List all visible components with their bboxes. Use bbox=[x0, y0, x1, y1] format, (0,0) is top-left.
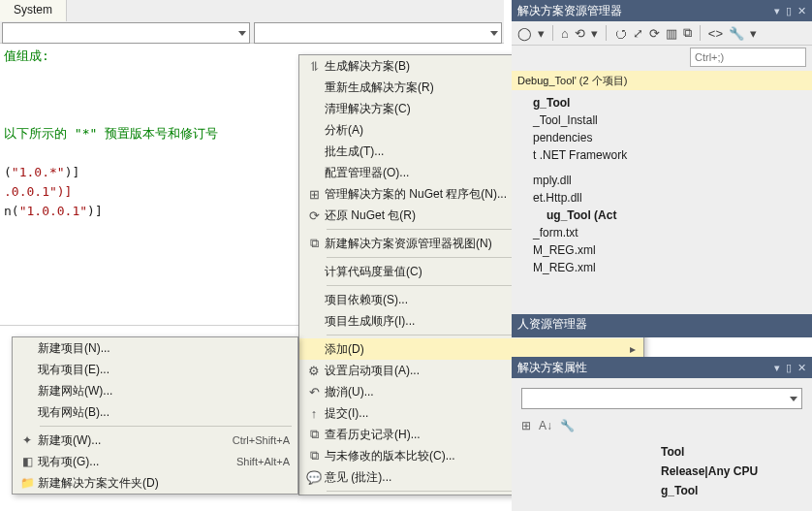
collapse-icon[interactable]: ⤢ bbox=[633, 26, 643, 41]
menu-icon: ⊞ bbox=[303, 187, 325, 202]
menu-icon: ⧉ bbox=[303, 427, 325, 442]
solution-root[interactable]: Debug_Tool' (2 个项目) bbox=[512, 71, 812, 90]
sync-icon[interactable]: ⟲ bbox=[575, 26, 585, 41]
menu-item[interactable]: 新建项目(N)... bbox=[13, 337, 297, 359]
menu-icon: ⟳ bbox=[303, 208, 325, 223]
wrench-icon[interactable]: 🔧 bbox=[560, 419, 575, 432]
property-row[interactable]: g_Tool bbox=[521, 481, 802, 500]
pin-icon[interactable]: ▯ bbox=[786, 362, 792, 374]
solution-tree[interactable]: g_Tool_Tool_Installpendenciest .NET Fram… bbox=[512, 90, 812, 282]
solution-toolbar: ◯▾ ⌂ ⟲▾ ⭯ ⤢ ⟳ ▥ ⧉ <> 🔧▾ bbox=[512, 21, 812, 46]
menu-label: 新建解决方案文件夹(D) bbox=[38, 475, 290, 492]
editor-tab[interactable]: System bbox=[0, 0, 67, 21]
menu-label: 现有项(G)... bbox=[38, 454, 236, 470]
dropdown-icon[interactable]: ▾ bbox=[774, 5, 780, 17]
alpha-sort-icon[interactable]: A↓ bbox=[539, 419, 552, 432]
menu-item[interactable]: 📁新建解决方案文件夹(D) bbox=[13, 472, 297, 494]
prop-value: Tool bbox=[661, 445, 802, 459]
menu-item[interactable]: 新建网站(W)... bbox=[13, 380, 297, 401]
properties-panel: 解决方案属性 ▾ ▯ ✕ ⊞ A↓ 🔧 ToolRelease|Any CPUg… bbox=[512, 357, 812, 511]
solution-explorer-panel: 解决方案资源管理器 ▾ ▯ ✕ ◯▾ ⌂ ⟲▾ ⭯ ⤢ ⟳ ▥ ⧉ <> 🔧▾ … bbox=[512, 0, 812, 337]
properties-toolbar: ⊞ A↓ 🔧 bbox=[521, 415, 802, 436]
divider bbox=[0, 325, 298, 326]
categorize-icon[interactable]: ⊞ bbox=[521, 419, 531, 432]
menu-item[interactable]: 现有项目(E)... bbox=[13, 359, 297, 380]
menu-icon: ✦ bbox=[16, 433, 38, 447]
panel-header[interactable]: 解决方案属性 ▾ ▯ ✕ bbox=[512, 357, 812, 378]
tree-item[interactable]: ug_Tool (Act bbox=[519, 207, 812, 224]
tree-item[interactable]: mply.dll bbox=[519, 172, 812, 189]
menu-label: 新建项目(N)... bbox=[38, 340, 290, 357]
chevron-down-icon bbox=[790, 397, 797, 401]
menu-label: 现有项目(E)... bbox=[38, 362, 290, 378]
chevron-down-icon bbox=[238, 31, 246, 36]
tree-item[interactable]: M_REG.xml bbox=[519, 259, 812, 276]
close-icon[interactable]: ✕ bbox=[797, 5, 806, 17]
tree-item[interactable]: et.Http.dll bbox=[519, 189, 812, 207]
back-icon[interactable]: ◯ bbox=[517, 26, 532, 41]
menu-icon: ⧉ bbox=[303, 236, 325, 251]
close-icon[interactable]: ✕ bbox=[797, 362, 806, 374]
tree-item[interactable]: g_Tool bbox=[519, 94, 812, 112]
menu-icon: 📁 bbox=[16, 476, 38, 490]
add-submenu: 新建项目(N)...现有项目(E)...新建网站(W)...现有网站(B)...… bbox=[12, 336, 298, 495]
prop-value: g_Tool bbox=[661, 484, 802, 497]
menu-shortcut: Shift+Alt+A bbox=[236, 456, 290, 467]
menu-label: 添加(D) bbox=[325, 341, 626, 358]
submenu-arrow-icon: ▸ bbox=[626, 342, 636, 356]
code-icon[interactable]: <> bbox=[708, 26, 723, 41]
menu-label: 现有网站(B)... bbox=[38, 404, 290, 421]
panel-title: 解决方案属性 bbox=[517, 360, 587, 376]
menu-label: 新建网站(W)... bbox=[38, 383, 290, 399]
menu-icon: ⥮ bbox=[303, 59, 325, 74]
menu-icon: 💬 bbox=[303, 470, 325, 485]
prop-value: Release|Any CPU bbox=[661, 464, 802, 478]
solution-search-input[interactable] bbox=[690, 48, 806, 67]
tree-item[interactable]: M_REG.xml bbox=[519, 241, 812, 259]
show-all-icon[interactable]: ▥ bbox=[666, 26, 677, 41]
menu-shortcut: Ctrl+Shift+A bbox=[233, 434, 290, 446]
tree-item[interactable]: pendencies bbox=[519, 129, 812, 146]
menu-item[interactable]: 现有网站(B)... bbox=[13, 401, 297, 423]
tree-item[interactable]: t .NET Framework bbox=[519, 146, 812, 164]
tree-item[interactable]: _form.txt bbox=[519, 224, 812, 241]
home-icon[interactable]: ⌂ bbox=[561, 26, 569, 41]
chevron-down-icon bbox=[490, 31, 498, 36]
editor-tab-bar: System bbox=[0, 0, 504, 22]
menu-icon: ⚙ bbox=[303, 364, 325, 378]
refresh2-icon[interactable]: ⟳ bbox=[649, 26, 660, 41]
refresh-icon[interactable]: ⭯ bbox=[614, 26, 627, 41]
panel-header[interactable]: 解决方案资源管理器 ▾ ▯ ✕ bbox=[512, 0, 812, 21]
tree-item[interactable]: _Tool_Install bbox=[519, 112, 812, 129]
wrench-icon[interactable]: 🔧 bbox=[729, 26, 744, 41]
navigation-bar bbox=[0, 21, 504, 44]
property-row[interactable]: Release|Any CPU bbox=[521, 462, 802, 481]
menu-item[interactable]: ◧现有项(G)...Shift+Alt+A bbox=[13, 451, 297, 472]
menu-icon: ◧ bbox=[16, 455, 38, 468]
property-row[interactable]: Tool bbox=[521, 442, 802, 462]
dropdown-icon[interactable]: ▾ bbox=[774, 362, 780, 374]
pin-icon[interactable]: ▯ bbox=[786, 5, 792, 17]
code-editor[interactable]: 值组成: 以下所示的 "*" 预置版本号和修订号 ("1.0.*")] .0.0… bbox=[4, 47, 295, 318]
panel-footer-tab[interactable]: 人资源管理器 bbox=[512, 314, 812, 337]
panel-title: 解决方案资源管理器 bbox=[517, 3, 622, 19]
menu-icon: ⧉ bbox=[303, 448, 325, 463]
menu-label: 新建项(W)... bbox=[38, 432, 233, 449]
scope-combo[interactable] bbox=[2, 22, 250, 44]
menu-icon: ↶ bbox=[303, 385, 325, 399]
copy-icon[interactable]: ⧉ bbox=[683, 25, 692, 41]
member-combo[interactable] bbox=[254, 22, 502, 44]
menu-item[interactable]: ✦新建项(W)...Ctrl+Shift+A bbox=[13, 430, 297, 451]
menu-icon: ↑ bbox=[303, 406, 325, 421]
properties-combo[interactable] bbox=[521, 388, 802, 409]
